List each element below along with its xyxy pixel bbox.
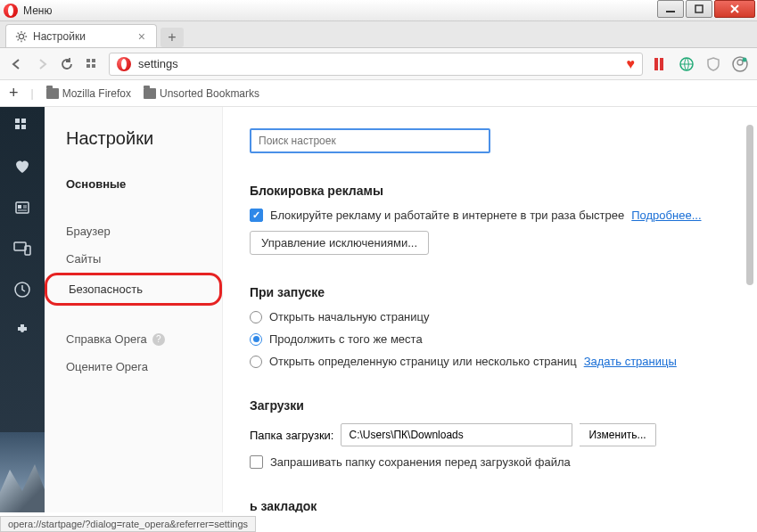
sidebar-item-sites[interactable]: Сайты — [45, 245, 222, 273]
sidebar-extension-icon[interactable] — [652, 56, 668, 72]
svg-rect-4 — [92, 59, 95, 62]
page-title: Настройки — [45, 128, 222, 170]
back-button[interactable] — [9, 56, 25, 72]
startup-label-2: Продолжить с того же места — [269, 332, 423, 346]
content-scrollbar[interactable] — [746, 125, 753, 285]
opera-o-icon — [117, 57, 131, 71]
bookmark-folder-firefox[interactable]: Mozilla Firefox — [46, 87, 131, 100]
svg-rect-5 — [86, 64, 90, 68]
main-area: Настройки Основные Браузер Сайты Безопас… — [0, 107, 757, 512]
startup-radio-startpage[interactable] — [250, 311, 262, 323]
add-bookmark-button[interactable]: + — [9, 84, 19, 102]
adblock-checkbox[interactable] — [250, 209, 263, 222]
rail-news-icon[interactable] — [12, 198, 32, 217]
search-settings-wrap — [250, 128, 490, 153]
svg-rect-8 — [660, 58, 663, 70]
svg-point-2 — [19, 34, 23, 38]
svg-rect-7 — [654, 58, 658, 70]
address-field-wrap: ♥ — [109, 53, 643, 76]
manage-exceptions-button[interactable]: Управление исключениями... — [250, 231, 429, 255]
folder-icon — [144, 88, 156, 99]
gear-icon — [15, 30, 28, 43]
section-downloads: Загрузки Папка загрузки: Изменить... Зап… — [250, 398, 730, 469]
profile-icon[interactable] — [732, 56, 748, 72]
section-startup: При запуске Открыть начальную страницу П… — [250, 285, 730, 368]
left-icon-rail — [0, 107, 45, 512]
maximize-button[interactable] — [686, 0, 712, 18]
svg-rect-13 — [15, 119, 20, 123]
close-tab-button[interactable]: × — [136, 29, 147, 44]
change-folder-button[interactable]: Изменить... — [580, 423, 655, 446]
sidebar-item-browser[interactable]: Браузер — [45, 217, 222, 245]
close-window-button[interactable] — [714, 0, 755, 18]
startup-radio-specific[interactable] — [250, 356, 262, 368]
reload-button[interactable] — [59, 56, 75, 72]
section-adblock: Блокировка рекламы Блокируйте рекламу и … — [250, 184, 730, 255]
svg-rect-18 — [18, 205, 21, 209]
settings-content: Блокировка рекламы Блокируйте рекламу и … — [223, 107, 757, 512]
rail-heart-icon[interactable] — [12, 157, 32, 176]
svg-rect-1 — [695, 5, 703, 12]
svg-rect-22 — [14, 242, 26, 250]
tab-title: Настройки — [33, 30, 86, 43]
startup-label-1: Открыть начальную страницу — [269, 310, 430, 323]
bookmark-heart-icon[interactable]: ♥ — [627, 56, 636, 72]
rail-devices-icon[interactable] — [12, 239, 32, 258]
svg-point-11 — [737, 60, 743, 65]
download-folder-label: Папка загрузки: — [250, 429, 333, 442]
set-pages-link[interactable]: Задать страницы — [584, 355, 677, 368]
rail-extensions-icon[interactable] — [12, 321, 32, 340]
sidebar-item-security[interactable]: Безопасность — [45, 273, 222, 306]
bookmark-folder-unsorted[interactable]: Unsorted Bookmarks — [144, 87, 259, 100]
section-bookmarks-panel: ь закладок — [250, 499, 730, 512]
svg-rect-14 — [21, 119, 26, 123]
downloads-heading: Загрузки — [250, 398, 730, 413]
vpn-globe-icon[interactable] — [679, 56, 695, 72]
search-settings-input[interactable] — [259, 135, 481, 147]
startup-radio-continue[interactable] — [250, 333, 262, 346]
tab-bar: Настройки × + — [0, 21, 757, 48]
adblock-heading: Блокировка рекламы — [250, 184, 730, 198]
svg-rect-15 — [15, 125, 20, 129]
folder-icon — [46, 88, 59, 99]
bookmarks-panel-heading: ь закладок — [250, 499, 730, 512]
svg-rect-0 — [666, 11, 675, 12]
ask-folder-checkbox[interactable] — [250, 455, 263, 469]
adblock-label: Блокируйте рекламу и работайте в интерне… — [270, 209, 624, 222]
opera-logo-icon[interactable] — [4, 4, 18, 18]
status-bar: opera://startpage/?dialog=rate_opera&ref… — [0, 516, 256, 532]
adblock-more-link[interactable]: Подробнее... — [631, 209, 701, 222]
bookmarks-bar: + | Mozilla Firefox Unsorted Bookmarks — [0, 80, 757, 107]
settings-sidebar: Настройки Основные Браузер Сайты Безопас… — [45, 107, 223, 512]
svg-rect-3 — [86, 59, 90, 62]
menu-button[interactable]: Меню — [23, 4, 52, 17]
startup-label-3: Открыть определенную страницу или нескол… — [269, 355, 577, 368]
ask-folder-label: Запрашивать папку сохранения перед загру… — [270, 455, 571, 469]
rail-history-icon[interactable] — [12, 280, 32, 299]
sidebar-item-rate[interactable]: Оцените Opera — [45, 353, 222, 381]
svg-rect-6 — [92, 64, 95, 68]
window-titlebar: Меню — [0, 0, 757, 21]
speed-dial-button[interactable] — [84, 56, 100, 72]
sidebar-item-help[interactable]: Справка Opera? — [45, 325, 222, 353]
svg-rect-16 — [21, 125, 26, 129]
forward-button[interactable] — [34, 56, 50, 72]
rail-speed-dial-icon[interactable] — [12, 116, 32, 135]
minimize-button[interactable] — [657, 0, 684, 18]
new-tab-button[interactable]: + — [160, 28, 184, 47]
svg-point-12 — [743, 57, 747, 61]
rail-wallpaper-icon — [0, 432, 45, 512]
sidebar-item-basic[interactable]: Основные — [45, 170, 222, 198]
shield-icon[interactable] — [705, 56, 721, 72]
download-folder-input[interactable] — [341, 423, 572, 446]
help-icon: ? — [152, 333, 165, 346]
startup-heading: При запуске — [250, 285, 730, 299]
address-toolbar: ♥ — [0, 48, 757, 80]
tab-settings[interactable]: Настройки × — [5, 24, 157, 47]
address-input[interactable] — [138, 57, 627, 70]
